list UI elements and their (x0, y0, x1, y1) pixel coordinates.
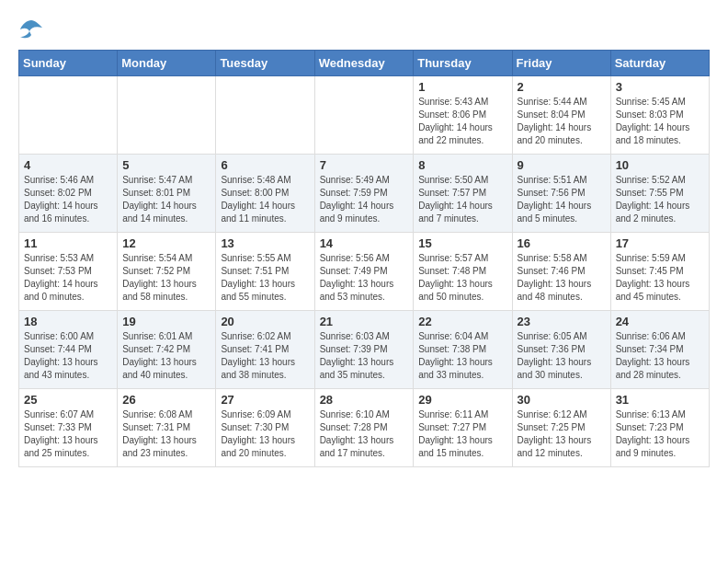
day-info: Sunrise: 5:49 AM Sunset: 7:59 PM Dayligh… (320, 174, 409, 225)
calendar-cell: 3Sunrise: 5:45 AM Sunset: 8:03 PM Daylig… (610, 76, 709, 155)
calendar-cell: 11Sunrise: 5:53 AM Sunset: 7:53 PM Dayli… (19, 233, 118, 311)
day-number: 24 (616, 315, 704, 328)
calendar-cell: 29Sunrise: 6:11 AM Sunset: 7:27 PM Dayli… (414, 389, 512, 467)
calendar-cell: 9Sunrise: 5:51 AM Sunset: 7:56 PM Daylig… (512, 155, 610, 233)
day-info: Sunrise: 6:02 AM Sunset: 7:41 PM Dayligh… (221, 330, 309, 382)
day-info: Sunrise: 5:54 AM Sunset: 7:52 PM Dayligh… (122, 252, 210, 304)
day-number: 4 (24, 158, 112, 172)
day-info: Sunrise: 5:47 AM Sunset: 8:01 PM Dayligh… (122, 174, 210, 225)
day-number: 22 (418, 315, 506, 328)
logo-icon (18, 18, 44, 40)
day-number: 19 (122, 315, 210, 328)
day-number: 28 (320, 393, 409, 407)
day-number: 12 (122, 236, 210, 250)
calendar-cell: 10Sunrise: 5:52 AM Sunset: 7:55 PM Dayli… (610, 155, 709, 233)
day-number: 31 (616, 393, 704, 407)
calendar-cell: 25Sunrise: 6:07 AM Sunset: 7:33 PM Dayli… (19, 389, 118, 467)
day-header-friday: Friday (512, 51, 610, 76)
day-number: 15 (418, 236, 506, 250)
day-number: 27 (221, 393, 309, 407)
calendar-table: SundayMondayTuesdayWednesdayThursdayFrid… (18, 50, 710, 467)
calendar-cell: 18Sunrise: 6:00 AM Sunset: 7:44 PM Dayli… (19, 311, 118, 389)
day-number: 10 (616, 158, 704, 172)
calendar-cell (19, 76, 118, 155)
day-number: 9 (518, 158, 606, 172)
day-info: Sunrise: 5:59 AM Sunset: 7:45 PM Dayligh… (616, 252, 704, 304)
day-info: Sunrise: 6:10 AM Sunset: 7:28 PM Dayligh… (320, 408, 409, 460)
day-number: 20 (221, 315, 309, 328)
day-number: 7 (320, 158, 409, 172)
day-info: Sunrise: 6:09 AM Sunset: 7:30 PM Dayligh… (221, 408, 309, 460)
day-number: 1 (418, 80, 506, 94)
day-info: Sunrise: 6:12 AM Sunset: 7:25 PM Dayligh… (518, 408, 606, 460)
day-header-saturday: Saturday (610, 51, 709, 76)
calendar-cell: 4Sunrise: 5:46 AM Sunset: 8:02 PM Daylig… (19, 155, 118, 233)
calendar-cell: 31Sunrise: 6:13 AM Sunset: 7:23 PM Dayli… (610, 389, 709, 467)
calendar-cell: 13Sunrise: 5:55 AM Sunset: 7:51 PM Dayli… (216, 233, 314, 311)
calendar-cell: 16Sunrise: 5:58 AM Sunset: 7:46 PM Dayli… (512, 233, 610, 311)
day-number: 25 (24, 393, 112, 407)
day-info: Sunrise: 5:53 AM Sunset: 7:53 PM Dayligh… (24, 252, 112, 304)
calendar-cell: 12Sunrise: 5:54 AM Sunset: 7:52 PM Dayli… (118, 233, 216, 311)
day-info: Sunrise: 6:06 AM Sunset: 7:34 PM Dayligh… (616, 330, 704, 382)
day-info: Sunrise: 5:46 AM Sunset: 8:02 PM Dayligh… (24, 174, 112, 225)
day-info: Sunrise: 5:52 AM Sunset: 7:55 PM Dayligh… (616, 174, 704, 225)
day-number: 18 (24, 315, 112, 328)
day-number: 30 (518, 393, 606, 407)
day-number: 14 (320, 236, 409, 250)
day-info: Sunrise: 5:45 AM Sunset: 8:03 PM Dayligh… (616, 96, 704, 147)
calendar-cell: 2Sunrise: 5:44 AM Sunset: 8:04 PM Daylig… (512, 76, 610, 155)
calendar-cell: 5Sunrise: 5:47 AM Sunset: 8:01 PM Daylig… (118, 155, 216, 233)
calendar-cell: 28Sunrise: 6:10 AM Sunset: 7:28 PM Dayli… (314, 389, 414, 467)
day-number: 21 (320, 315, 409, 328)
calendar-cell (314, 76, 414, 155)
calendar-week-row: 11Sunrise: 5:53 AM Sunset: 7:53 PM Dayli… (19, 233, 710, 311)
day-info: Sunrise: 6:05 AM Sunset: 7:36 PM Dayligh… (518, 330, 606, 382)
calendar-cell: 19Sunrise: 6:01 AM Sunset: 7:42 PM Dayli… (118, 311, 216, 389)
calendar-cell: 20Sunrise: 6:02 AM Sunset: 7:41 PM Dayli… (216, 311, 314, 389)
day-info: Sunrise: 5:51 AM Sunset: 7:56 PM Dayligh… (518, 174, 606, 225)
day-number: 29 (418, 393, 506, 407)
day-number: 3 (616, 80, 704, 94)
day-number: 16 (518, 236, 606, 250)
day-number: 23 (518, 315, 606, 328)
day-info: Sunrise: 6:03 AM Sunset: 7:39 PM Dayligh… (320, 330, 409, 382)
calendar-week-row: 4Sunrise: 5:46 AM Sunset: 8:02 PM Daylig… (19, 155, 710, 233)
calendar-week-row: 25Sunrise: 6:07 AM Sunset: 7:33 PM Dayli… (19, 389, 710, 467)
calendar-cell: 27Sunrise: 6:09 AM Sunset: 7:30 PM Dayli… (216, 389, 314, 467)
day-number: 11 (24, 236, 112, 250)
day-header-tuesday: Tuesday (216, 51, 314, 76)
calendar-cell: 14Sunrise: 5:56 AM Sunset: 7:49 PM Dayli… (314, 233, 414, 311)
day-info: Sunrise: 6:11 AM Sunset: 7:27 PM Dayligh… (418, 408, 506, 460)
day-number: 26 (122, 393, 210, 407)
calendar-cell: 15Sunrise: 5:57 AM Sunset: 7:48 PM Dayli… (414, 233, 512, 311)
day-info: Sunrise: 6:08 AM Sunset: 7:31 PM Dayligh… (122, 408, 210, 460)
calendar-cell: 7Sunrise: 5:49 AM Sunset: 7:59 PM Daylig… (314, 155, 414, 233)
day-number: 13 (221, 236, 309, 250)
calendar-cell: 21Sunrise: 6:03 AM Sunset: 7:39 PM Dayli… (314, 311, 414, 389)
calendar-cell: 8Sunrise: 5:50 AM Sunset: 7:57 PM Daylig… (414, 155, 512, 233)
day-header-sunday: Sunday (19, 51, 118, 76)
calendar-cell: 23Sunrise: 6:05 AM Sunset: 7:36 PM Dayli… (512, 311, 610, 389)
day-info: Sunrise: 5:58 AM Sunset: 7:46 PM Dayligh… (518, 252, 606, 304)
day-info: Sunrise: 6:01 AM Sunset: 7:42 PM Dayligh… (122, 330, 210, 382)
calendar-cell: 6Sunrise: 5:48 AM Sunset: 8:00 PM Daylig… (216, 155, 314, 233)
calendar-cell: 22Sunrise: 6:04 AM Sunset: 7:38 PM Dayli… (414, 311, 512, 389)
day-number: 5 (122, 158, 210, 172)
day-info: Sunrise: 5:57 AM Sunset: 7:48 PM Dayligh… (418, 252, 506, 304)
calendar-header-row: SundayMondayTuesdayWednesdayThursdayFrid… (19, 51, 710, 76)
day-header-wednesday: Wednesday (314, 51, 414, 76)
logo (18, 18, 48, 40)
day-info: Sunrise: 5:56 AM Sunset: 7:49 PM Dayligh… (320, 252, 409, 304)
day-info: Sunrise: 6:04 AM Sunset: 7:38 PM Dayligh… (418, 330, 506, 382)
calendar-cell: 30Sunrise: 6:12 AM Sunset: 7:25 PM Dayli… (512, 389, 610, 467)
calendar-cell: 1Sunrise: 5:43 AM Sunset: 8:06 PM Daylig… (414, 76, 512, 155)
day-info: Sunrise: 6:07 AM Sunset: 7:33 PM Dayligh… (24, 408, 112, 460)
day-info: Sunrise: 6:00 AM Sunset: 7:44 PM Dayligh… (24, 330, 112, 382)
day-info: Sunrise: 5:43 AM Sunset: 8:06 PM Dayligh… (418, 96, 506, 147)
day-info: Sunrise: 5:44 AM Sunset: 8:04 PM Dayligh… (518, 96, 606, 147)
calendar-cell: 26Sunrise: 6:08 AM Sunset: 7:31 PM Dayli… (118, 389, 216, 467)
day-header-thursday: Thursday (414, 51, 512, 76)
page-header (18, 18, 710, 40)
calendar-cell (216, 76, 314, 155)
